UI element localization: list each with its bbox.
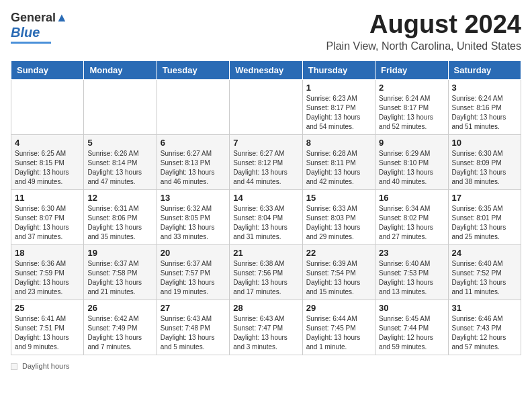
day-detail: Sunrise: 6:30 AM Sunset: 8:07 PM Dayligh… — [15, 204, 80, 242]
day-detail: Sunrise: 6:30 AM Sunset: 8:09 PM Dayligh… — [452, 149, 517, 187]
calendar-cell: 19Sunrise: 6:37 AM Sunset: 7:58 PM Dayli… — [84, 244, 157, 300]
calendar-cell: 10Sunrise: 6:30 AM Sunset: 8:09 PM Dayli… — [448, 134, 521, 189]
day-detail: Sunrise: 6:40 AM Sunset: 7:52 PM Dayligh… — [452, 259, 517, 297]
logo-text2: Blue — [11, 24, 40, 40]
calendar-week-4: 18Sunrise: 6:36 AM Sunset: 7:59 PM Dayli… — [11, 244, 521, 300]
day-detail: Sunrise: 6:43 AM Sunset: 7:47 PM Dayligh… — [233, 314, 298, 352]
day-number: 30 — [379, 303, 444, 313]
day-detail: Sunrise: 6:27 AM Sunset: 8:12 PM Dayligh… — [233, 149, 298, 187]
day-number: 1 — [306, 83, 371, 93]
day-detail: Sunrise: 6:44 AM Sunset: 7:45 PM Dayligh… — [306, 314, 371, 352]
day-number: 12 — [87, 193, 152, 203]
footer: Daylight hours — [11, 362, 521, 370]
calendar-table: SundayMondayTuesdayWednesdayThursdayFrid… — [11, 60, 521, 355]
calendar-cell: 16Sunrise: 6:34 AM Sunset: 8:02 PM Dayli… — [375, 189, 448, 244]
day-number: 24 — [452, 248, 517, 258]
calendar-cell: 26Sunrise: 6:42 AM Sunset: 7:49 PM Dayli… — [84, 300, 157, 355]
day-detail: Sunrise: 6:28 AM Sunset: 8:11 PM Dayligh… — [306, 149, 371, 187]
calendar-header-tuesday: Tuesday — [157, 60, 229, 79]
day-number: 14 — [233, 193, 298, 203]
calendar-header-wednesday: Wednesday — [230, 60, 302, 79]
day-number: 21 — [233, 248, 298, 258]
calendar-week-1: 1Sunrise: 6:23 AM Sunset: 8:17 PM Daylig… — [11, 79, 521, 134]
calendar-cell: 22Sunrise: 6:39 AM Sunset: 7:54 PM Dayli… — [302, 244, 375, 300]
day-detail: Sunrise: 6:42 AM Sunset: 7:49 PM Dayligh… — [87, 314, 152, 352]
calendar-week-3: 11Sunrise: 6:30 AM Sunset: 8:07 PM Dayli… — [11, 189, 521, 244]
page-header: General▲ Blue August 2024 Plain View, No… — [11, 11, 521, 52]
calendar-header-sunday: Sunday — [11, 60, 84, 79]
day-number: 17 — [452, 193, 517, 203]
calendar-cell: 27Sunrise: 6:43 AM Sunset: 7:48 PM Dayli… — [157, 300, 229, 355]
calendar-cell: 28Sunrise: 6:43 AM Sunset: 7:47 PM Dayli… — [230, 300, 302, 355]
calendar-cell: 1Sunrise: 6:23 AM Sunset: 8:17 PM Daylig… — [302, 79, 375, 134]
day-number: 9 — [379, 138, 444, 148]
day-detail: Sunrise: 6:33 AM Sunset: 8:03 PM Dayligh… — [306, 204, 371, 242]
day-detail: Sunrise: 6:32 AM Sunset: 8:05 PM Dayligh… — [161, 204, 226, 242]
day-detail: Sunrise: 6:27 AM Sunset: 8:13 PM Dayligh… — [161, 149, 226, 187]
day-number: 13 — [161, 193, 226, 203]
calendar-cell: 18Sunrise: 6:36 AM Sunset: 7:59 PM Dayli… — [11, 244, 84, 300]
calendar-cell — [157, 79, 229, 134]
calendar-cell: 24Sunrise: 6:40 AM Sunset: 7:52 PM Dayli… — [448, 244, 521, 300]
day-detail: Sunrise: 6:43 AM Sunset: 7:48 PM Dayligh… — [161, 314, 226, 352]
calendar-cell — [230, 79, 302, 134]
day-number: 19 — [87, 248, 152, 258]
calendar-cell: 13Sunrise: 6:32 AM Sunset: 8:05 PM Dayli… — [157, 189, 229, 244]
day-detail: Sunrise: 6:34 AM Sunset: 8:02 PM Dayligh… — [379, 204, 444, 242]
calendar-cell: 8Sunrise: 6:28 AM Sunset: 8:11 PM Daylig… — [302, 134, 375, 189]
day-detail: Sunrise: 6:24 AM Sunset: 8:17 PM Dayligh… — [379, 94, 444, 132]
daylight-indicator — [11, 363, 17, 370]
calendar-header-friday: Friday — [375, 60, 448, 79]
calendar-header-row: SundayMondayTuesdayWednesdayThursdayFrid… — [11, 60, 521, 79]
calendar-cell: 2Sunrise: 6:24 AM Sunset: 8:17 PM Daylig… — [375, 79, 448, 134]
day-detail: Sunrise: 6:26 AM Sunset: 8:14 PM Dayligh… — [87, 149, 152, 187]
day-number: 4 — [15, 138, 80, 148]
calendar-cell: 9Sunrise: 6:29 AM Sunset: 8:10 PM Daylig… — [375, 134, 448, 189]
day-detail: Sunrise: 6:38 AM Sunset: 7:56 PM Dayligh… — [233, 259, 298, 297]
calendar-week-2: 4Sunrise: 6:25 AM Sunset: 8:15 PM Daylig… — [11, 134, 521, 189]
day-number: 31 — [452, 303, 517, 313]
day-number: 6 — [161, 138, 226, 148]
day-number: 28 — [233, 303, 298, 313]
calendar-cell: 17Sunrise: 6:35 AM Sunset: 8:01 PM Dayli… — [448, 189, 521, 244]
calendar-cell: 23Sunrise: 6:40 AM Sunset: 7:53 PM Dayli… — [375, 244, 448, 300]
day-detail: Sunrise: 6:31 AM Sunset: 8:06 PM Dayligh… — [87, 204, 152, 242]
calendar-cell: 21Sunrise: 6:38 AM Sunset: 7:56 PM Dayli… — [230, 244, 302, 300]
day-detail: Sunrise: 6:36 AM Sunset: 7:59 PM Dayligh… — [15, 259, 80, 297]
calendar-cell: 25Sunrise: 6:41 AM Sunset: 7:51 PM Dayli… — [11, 300, 84, 355]
calendar-cell: 12Sunrise: 6:31 AM Sunset: 8:06 PM Dayli… — [84, 189, 157, 244]
day-number: 7 — [233, 138, 298, 148]
calendar-cell: 4Sunrise: 6:25 AM Sunset: 8:15 PM Daylig… — [11, 134, 84, 189]
calendar-cell: 29Sunrise: 6:44 AM Sunset: 7:45 PM Dayli… — [302, 300, 375, 355]
logo-underline — [11, 42, 51, 44]
day-detail: Sunrise: 6:33 AM Sunset: 8:04 PM Dayligh… — [233, 204, 298, 242]
calendar-cell — [11, 79, 84, 134]
calendar-cell: 3Sunrise: 6:24 AM Sunset: 8:16 PM Daylig… — [448, 79, 521, 134]
calendar-cell: 31Sunrise: 6:46 AM Sunset: 7:43 PM Dayli… — [448, 300, 521, 355]
day-detail: Sunrise: 6:23 AM Sunset: 8:17 PM Dayligh… — [306, 94, 371, 132]
calendar-cell: 7Sunrise: 6:27 AM Sunset: 8:12 PM Daylig… — [230, 134, 302, 189]
day-detail: Sunrise: 6:37 AM Sunset: 7:58 PM Dayligh… — [87, 259, 152, 297]
logo-text: General▲ — [11, 11, 68, 26]
calendar-cell — [84, 79, 157, 134]
day-detail: Sunrise: 6:29 AM Sunset: 8:10 PM Dayligh… — [379, 149, 444, 187]
day-detail: Sunrise: 6:37 AM Sunset: 7:57 PM Dayligh… — [161, 259, 226, 297]
calendar-week-5: 25Sunrise: 6:41 AM Sunset: 7:51 PM Dayli… — [11, 300, 521, 355]
day-number: 23 — [379, 248, 444, 258]
day-detail: Sunrise: 6:46 AM Sunset: 7:43 PM Dayligh… — [452, 314, 517, 352]
calendar-cell: 6Sunrise: 6:27 AM Sunset: 8:13 PM Daylig… — [157, 134, 229, 189]
day-detail: Sunrise: 6:39 AM Sunset: 7:54 PM Dayligh… — [306, 259, 371, 297]
main-title: August 2024 — [326, 11, 521, 39]
calendar-cell: 11Sunrise: 6:30 AM Sunset: 8:07 PM Dayli… — [11, 189, 84, 244]
title-block: August 2024 Plain View, North Carolina, … — [326, 11, 521, 52]
day-detail: Sunrise: 6:25 AM Sunset: 8:15 PM Dayligh… — [15, 149, 80, 187]
day-number: 16 — [379, 193, 444, 203]
calendar-cell: 14Sunrise: 6:33 AM Sunset: 8:04 PM Dayli… — [230, 189, 302, 244]
calendar-header-saturday: Saturday — [448, 60, 521, 79]
day-number: 20 — [161, 248, 226, 258]
daylight-label: Daylight hours — [22, 362, 69, 370]
calendar-cell: 20Sunrise: 6:37 AM Sunset: 7:57 PM Dayli… — [157, 244, 229, 300]
day-number: 11 — [15, 193, 80, 203]
day-detail: Sunrise: 6:45 AM Sunset: 7:44 PM Dayligh… — [379, 314, 444, 352]
day-number: 18 — [15, 248, 80, 258]
